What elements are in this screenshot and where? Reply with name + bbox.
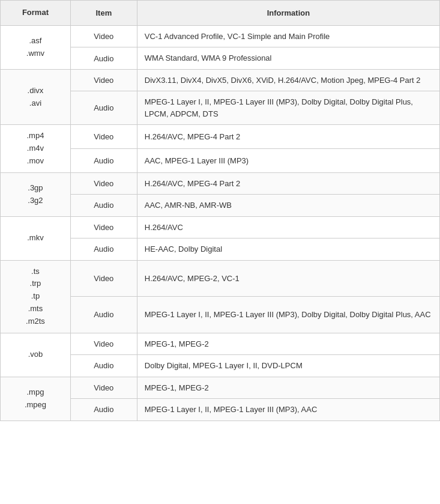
item-cell: Audio — [70, 195, 137, 217]
format-cell: .3gp.3g2 — [1, 172, 71, 216]
info-cell: MPEG-1 Layer I, II, MPEG-1 Layer III (MP… — [137, 91, 439, 125]
item-cell: Audio — [70, 399, 137, 421]
info-cell: AAC, AMR-NB, AMR-WB — [137, 195, 439, 217]
table-row: .vobVideoMPEG-1, MPEG-2 — [1, 333, 440, 355]
item-cell: Audio — [70, 91, 137, 125]
item-cell: Audio — [70, 238, 137, 261]
item-cell: Video — [70, 216, 137, 238]
info-cell: MPEG-1 Layer I, II, MPEG-1 Layer III (MP… — [137, 399, 439, 421]
info-cell: H.264/AVC — [137, 216, 439, 238]
item-cell: Video — [70, 377, 137, 399]
info-cell: MPEG-1, MPEG-2 — [137, 377, 439, 399]
table-row: .mp4.m4v.movVideoH.264/AVC, MPEG-4 Part … — [1, 125, 440, 149]
item-cell: Video — [70, 172, 137, 195]
item-cell: Audio — [70, 297, 137, 333]
item-cell: Video — [70, 69, 137, 91]
item-cell: Video — [70, 333, 137, 355]
header-format: Format — [1, 1, 71, 26]
format-cell: .asf.wmv — [1, 25, 71, 69]
item-cell: Video — [70, 25, 137, 47]
item-cell: Audio — [70, 148, 137, 172]
info-cell: H.264/AVC, MPEG-2, VC-1 — [137, 260, 439, 296]
table-row: .ts.trp.tp.mts.m2tsVideoH.264/AVC, MPEG-… — [1, 260, 440, 296]
table-row: .mpg.mpegVideoMPEG-1, MPEG-2 — [1, 377, 440, 399]
info-cell: DivX3.11, DivX4, DivX5, DivX6, XViD, H.2… — [137, 69, 439, 91]
info-cell: HE-AAC, Dolby Digital — [137, 238, 439, 261]
item-cell: Video — [70, 260, 137, 296]
info-cell: AAC, MPEG-1 Layer III (MP3) — [137, 148, 439, 172]
format-cell: .mp4.m4v.mov — [1, 125, 71, 172]
format-cell: .vob — [1, 333, 71, 377]
table-row: .divx.aviVideoDivX3.11, DivX4, DivX5, Di… — [1, 69, 440, 91]
header-information: Information — [137, 1, 439, 26]
table-row: .mkvVideoH.264/AVC — [1, 216, 440, 238]
info-cell: VC-1 Advanced Profile, VC-1 Simple and M… — [137, 25, 439, 47]
format-cell: .mkv — [1, 216, 71, 260]
table-row: .asf.wmvVideoVC-1 Advanced Profile, VC-1… — [1, 25, 440, 47]
format-cell: .ts.trp.tp.mts.m2ts — [1, 260, 71, 333]
format-cell: .mpg.mpeg — [1, 377, 71, 421]
info-cell: MPEG-1, MPEG-2 — [137, 333, 439, 355]
info-cell: WMA Standard, WMA 9 Professional — [137, 47, 439, 70]
item-cell: Audio — [70, 355, 137, 377]
info-cell: H.264/AVC, MPEG-4 Part 2 — [137, 172, 439, 195]
info-cell: Dolby Digital, MPEG-1 Layer I, II, DVD-L… — [137, 355, 439, 377]
format-table: Format Item Information .asf.wmvVideoVC-… — [0, 0, 440, 421]
format-cell: .divx.avi — [1, 69, 71, 125]
header-item: Item — [70, 1, 137, 26]
table-row: .3gp.3g2VideoH.264/AVC, MPEG-4 Part 2 — [1, 172, 440, 195]
info-cell: H.264/AVC, MPEG-4 Part 2 — [137, 125, 439, 149]
item-cell: Video — [70, 125, 137, 149]
item-cell: Audio — [70, 47, 137, 70]
info-cell: MPEG-1 Layer I, II, MPEG-1 Layer III (MP… — [137, 297, 439, 333]
